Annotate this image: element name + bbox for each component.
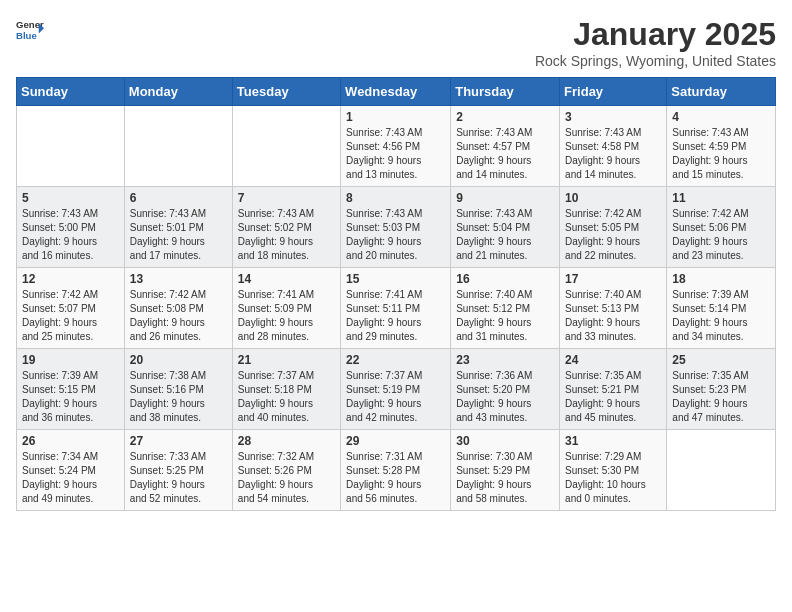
weekday-header-monday: Monday <box>124 78 232 106</box>
calendar-cell: 27Sunrise: 7:33 AM Sunset: 5:25 PM Dayli… <box>124 430 232 511</box>
day-number: 19 <box>22 353 119 367</box>
day-number: 28 <box>238 434 335 448</box>
calendar-cell: 19Sunrise: 7:39 AM Sunset: 5:15 PM Dayli… <box>17 349 125 430</box>
title-block: January 2025 Rock Springs, Wyoming, Unit… <box>535 16 776 69</box>
day-info: Sunrise: 7:43 AM Sunset: 5:04 PM Dayligh… <box>456 207 554 263</box>
day-info: Sunrise: 7:42 AM Sunset: 5:08 PM Dayligh… <box>130 288 227 344</box>
day-info: Sunrise: 7:42 AM Sunset: 5:07 PM Dayligh… <box>22 288 119 344</box>
day-info: Sunrise: 7:30 AM Sunset: 5:29 PM Dayligh… <box>456 450 554 506</box>
calendar-cell: 16Sunrise: 7:40 AM Sunset: 5:12 PM Dayli… <box>451 268 560 349</box>
calendar-cell <box>232 106 340 187</box>
calendar-cell: 14Sunrise: 7:41 AM Sunset: 5:09 PM Dayli… <box>232 268 340 349</box>
calendar-cell: 18Sunrise: 7:39 AM Sunset: 5:14 PM Dayli… <box>667 268 776 349</box>
week-row-2: 5Sunrise: 7:43 AM Sunset: 5:00 PM Daylig… <box>17 187 776 268</box>
calendar-cell: 30Sunrise: 7:30 AM Sunset: 5:29 PM Dayli… <box>451 430 560 511</box>
day-number: 30 <box>456 434 554 448</box>
calendar-cell: 17Sunrise: 7:40 AM Sunset: 5:13 PM Dayli… <box>560 268 667 349</box>
calendar-cell: 13Sunrise: 7:42 AM Sunset: 5:08 PM Dayli… <box>124 268 232 349</box>
day-info: Sunrise: 7:42 AM Sunset: 5:06 PM Dayligh… <box>672 207 770 263</box>
calendar-cell: 23Sunrise: 7:36 AM Sunset: 5:20 PM Dayli… <box>451 349 560 430</box>
day-number: 13 <box>130 272 227 286</box>
day-number: 24 <box>565 353 661 367</box>
day-number: 12 <box>22 272 119 286</box>
calendar-cell: 8Sunrise: 7:43 AM Sunset: 5:03 PM Daylig… <box>341 187 451 268</box>
day-number: 15 <box>346 272 445 286</box>
calendar-cell: 4Sunrise: 7:43 AM Sunset: 4:59 PM Daylig… <box>667 106 776 187</box>
day-info: Sunrise: 7:37 AM Sunset: 5:18 PM Dayligh… <box>238 369 335 425</box>
day-info: Sunrise: 7:35 AM Sunset: 5:21 PM Dayligh… <box>565 369 661 425</box>
day-info: Sunrise: 7:36 AM Sunset: 5:20 PM Dayligh… <box>456 369 554 425</box>
day-number: 14 <box>238 272 335 286</box>
calendar-cell: 24Sunrise: 7:35 AM Sunset: 5:21 PM Dayli… <box>560 349 667 430</box>
calendar-cell: 3Sunrise: 7:43 AM Sunset: 4:58 PM Daylig… <box>560 106 667 187</box>
day-number: 8 <box>346 191 445 205</box>
day-number: 5 <box>22 191 119 205</box>
calendar-cell <box>667 430 776 511</box>
calendar-cell: 1Sunrise: 7:43 AM Sunset: 4:56 PM Daylig… <box>341 106 451 187</box>
calendar-cell: 5Sunrise: 7:43 AM Sunset: 5:00 PM Daylig… <box>17 187 125 268</box>
day-info: Sunrise: 7:41 AM Sunset: 5:09 PM Dayligh… <box>238 288 335 344</box>
calendar-cell: 9Sunrise: 7:43 AM Sunset: 5:04 PM Daylig… <box>451 187 560 268</box>
day-number: 29 <box>346 434 445 448</box>
day-number: 20 <box>130 353 227 367</box>
day-number: 10 <box>565 191 661 205</box>
day-info: Sunrise: 7:43 AM Sunset: 5:01 PM Dayligh… <box>130 207 227 263</box>
day-number: 1 <box>346 110 445 124</box>
weekday-header-tuesday: Tuesday <box>232 78 340 106</box>
day-number: 6 <box>130 191 227 205</box>
day-number: 4 <box>672 110 770 124</box>
calendar-cell: 21Sunrise: 7:37 AM Sunset: 5:18 PM Dayli… <box>232 349 340 430</box>
day-info: Sunrise: 7:34 AM Sunset: 5:24 PM Dayligh… <box>22 450 119 506</box>
day-info: Sunrise: 7:39 AM Sunset: 5:15 PM Dayligh… <box>22 369 119 425</box>
month-title: January 2025 <box>535 16 776 53</box>
day-info: Sunrise: 7:37 AM Sunset: 5:19 PM Dayligh… <box>346 369 445 425</box>
day-number: 25 <box>672 353 770 367</box>
day-number: 7 <box>238 191 335 205</box>
calendar-cell: 7Sunrise: 7:43 AM Sunset: 5:02 PM Daylig… <box>232 187 340 268</box>
svg-text:Blue: Blue <box>16 30 37 41</box>
week-row-3: 12Sunrise: 7:42 AM Sunset: 5:07 PM Dayli… <box>17 268 776 349</box>
calendar-cell: 6Sunrise: 7:43 AM Sunset: 5:01 PM Daylig… <box>124 187 232 268</box>
calendar-cell: 2Sunrise: 7:43 AM Sunset: 4:57 PM Daylig… <box>451 106 560 187</box>
day-number: 2 <box>456 110 554 124</box>
calendar-cell: 11Sunrise: 7:42 AM Sunset: 5:06 PM Dayli… <box>667 187 776 268</box>
day-info: Sunrise: 7:40 AM Sunset: 5:12 PM Dayligh… <box>456 288 554 344</box>
day-number: 21 <box>238 353 335 367</box>
week-row-5: 26Sunrise: 7:34 AM Sunset: 5:24 PM Dayli… <box>17 430 776 511</box>
calendar-cell: 22Sunrise: 7:37 AM Sunset: 5:19 PM Dayli… <box>341 349 451 430</box>
day-info: Sunrise: 7:42 AM Sunset: 5:05 PM Dayligh… <box>565 207 661 263</box>
day-info: Sunrise: 7:43 AM Sunset: 5:02 PM Dayligh… <box>238 207 335 263</box>
day-info: Sunrise: 7:43 AM Sunset: 4:59 PM Dayligh… <box>672 126 770 182</box>
location: Rock Springs, Wyoming, United States <box>535 53 776 69</box>
logo-icon: General Blue <box>16 16 44 44</box>
day-number: 27 <box>130 434 227 448</box>
day-info: Sunrise: 7:29 AM Sunset: 5:30 PM Dayligh… <box>565 450 661 506</box>
calendar-cell: 25Sunrise: 7:35 AM Sunset: 5:23 PM Dayli… <box>667 349 776 430</box>
logo: General Blue <box>16 16 44 44</box>
day-number: 22 <box>346 353 445 367</box>
day-info: Sunrise: 7:38 AM Sunset: 5:16 PM Dayligh… <box>130 369 227 425</box>
day-info: Sunrise: 7:33 AM Sunset: 5:25 PM Dayligh… <box>130 450 227 506</box>
day-number: 31 <box>565 434 661 448</box>
day-number: 26 <box>22 434 119 448</box>
calendar-cell: 10Sunrise: 7:42 AM Sunset: 5:05 PM Dayli… <box>560 187 667 268</box>
week-row-1: 1Sunrise: 7:43 AM Sunset: 4:56 PM Daylig… <box>17 106 776 187</box>
calendar-cell: 12Sunrise: 7:42 AM Sunset: 5:07 PM Dayli… <box>17 268 125 349</box>
day-info: Sunrise: 7:31 AM Sunset: 5:28 PM Dayligh… <box>346 450 445 506</box>
weekday-header-sunday: Sunday <box>17 78 125 106</box>
day-number: 16 <box>456 272 554 286</box>
weekday-header-thursday: Thursday <box>451 78 560 106</box>
day-number: 17 <box>565 272 661 286</box>
day-number: 23 <box>456 353 554 367</box>
calendar-cell: 31Sunrise: 7:29 AM Sunset: 5:30 PM Dayli… <box>560 430 667 511</box>
calendar-table: SundayMondayTuesdayWednesdayThursdayFrid… <box>16 77 776 511</box>
day-info: Sunrise: 7:40 AM Sunset: 5:13 PM Dayligh… <box>565 288 661 344</box>
day-number: 9 <box>456 191 554 205</box>
day-info: Sunrise: 7:35 AM Sunset: 5:23 PM Dayligh… <box>672 369 770 425</box>
weekday-header-friday: Friday <box>560 78 667 106</box>
calendar-cell: 20Sunrise: 7:38 AM Sunset: 5:16 PM Dayli… <box>124 349 232 430</box>
day-info: Sunrise: 7:32 AM Sunset: 5:26 PM Dayligh… <box>238 450 335 506</box>
day-info: Sunrise: 7:43 AM Sunset: 4:58 PM Dayligh… <box>565 126 661 182</box>
weekday-header-wednesday: Wednesday <box>341 78 451 106</box>
weekday-header-saturday: Saturday <box>667 78 776 106</box>
